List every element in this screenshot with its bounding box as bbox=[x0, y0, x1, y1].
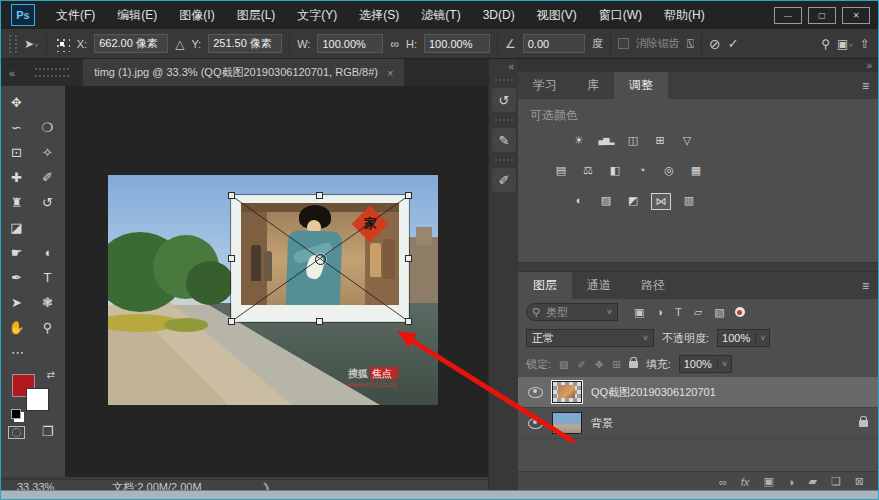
share-icon[interactable]: ⇧ bbox=[860, 37, 870, 51]
adjustment-threshold[interactable]: ◩ bbox=[624, 193, 642, 208]
tool-eyedropper[interactable]: ✧ bbox=[32, 140, 63, 165]
layer-thumbnail[interactable] bbox=[552, 381, 582, 403]
tool-rectangular-marquee[interactable] bbox=[32, 90, 63, 115]
workspace-icon[interactable]: ▣˅ bbox=[837, 37, 853, 51]
tab-paths[interactable]: 路径 bbox=[626, 272, 680, 299]
transform-handle-bc[interactable] bbox=[316, 318, 323, 325]
adjustment-photo-filter[interactable]: ◔ bbox=[633, 163, 651, 178]
add-layer-mask[interactable]: ▣ bbox=[763, 475, 773, 488]
lock-artboard[interactable]: ⊞ bbox=[612, 359, 620, 370]
fill-field[interactable]: 100%˅ bbox=[679, 355, 732, 373]
tab-adjustments[interactable]: 调整 bbox=[614, 72, 668, 99]
close-tab-icon[interactable]: × bbox=[387, 67, 393, 79]
transform-center-point[interactable] bbox=[315, 254, 326, 265]
adjustment-brightness-contrast[interactable]: ☀ bbox=[570, 133, 588, 148]
adjustment-color-lookup[interactable]: ▦ bbox=[687, 163, 705, 178]
relative-position-icon[interactable]: △ bbox=[175, 37, 184, 51]
adjustment-black-white[interactable]: ◧ bbox=[606, 163, 624, 178]
menu-type[interactable]: 文字(Y) bbox=[286, 1, 348, 29]
width-field[interactable]: 100.00% bbox=[317, 34, 383, 53]
maximize-button[interactable]: ▢ bbox=[808, 7, 836, 24]
filter-smart-objects[interactable]: ▧ bbox=[714, 306, 724, 319]
menu-image[interactable]: 图像(I) bbox=[168, 1, 225, 29]
antialias-checkbox[interactable] bbox=[618, 38, 629, 49]
tool-crop[interactable]: ⊡ bbox=[1, 140, 32, 165]
tool-quick-selection[interactable]: ❍ bbox=[32, 115, 63, 140]
tool-hand[interactable]: ✋ bbox=[1, 315, 32, 340]
filter-type-layers[interactable]: T bbox=[675, 306, 682, 319]
adjustment-channel-mixer[interactable]: ◎ bbox=[660, 163, 678, 178]
minimize-button[interactable]: — bbox=[774, 7, 802, 24]
new-group[interactable]: ▰ bbox=[808, 475, 816, 488]
rotation-field[interactable]: 0.00 bbox=[523, 34, 585, 53]
menu-window[interactable]: 窗口(W) bbox=[588, 1, 653, 29]
adjustment-curves[interactable]: ◫ bbox=[624, 133, 642, 148]
filter-adjustment-layers[interactable]: ◑ bbox=[656, 306, 663, 319]
tool-quick-mask[interactable] bbox=[1, 419, 32, 444]
swap-colors-icon[interactable]: ⇄ bbox=[47, 369, 55, 380]
layers-panel-menu-icon[interactable]: ≡ bbox=[862, 279, 868, 293]
transform-handle-ml[interactable] bbox=[228, 255, 235, 262]
reference-point-grid[interactable] bbox=[54, 36, 70, 52]
menu-filter[interactable]: 滤镜(T) bbox=[410, 1, 471, 29]
tab-libraries[interactable]: 库 bbox=[572, 72, 614, 99]
adjustment-hue-saturation[interactable]: ▤ bbox=[552, 163, 570, 178]
menu-view[interactable]: 视图(V) bbox=[526, 1, 588, 29]
blend-mode-select[interactable]: 正常˅ bbox=[526, 329, 654, 347]
options-grip[interactable] bbox=[9, 35, 17, 53]
expand-panels-icon[interactable]: » bbox=[866, 60, 872, 71]
x-position-field[interactable]: 662.00 像素 bbox=[94, 34, 168, 53]
cancel-transform-icon[interactable]: ⊘ bbox=[709, 36, 721, 52]
adjustment-color-balance[interactable]: ⚖ bbox=[579, 163, 597, 178]
filter-pixel-layers[interactable]: ▣ bbox=[634, 306, 644, 319]
menu-layer[interactable]: 图层(L) bbox=[226, 1, 287, 29]
menu-edit[interactable]: 编辑(E) bbox=[106, 1, 168, 29]
lock-image-pixels[interactable]: ✐ bbox=[578, 359, 586, 370]
visibility-eye-icon[interactable] bbox=[528, 387, 543, 398]
menu-help[interactable]: 帮助(H) bbox=[653, 1, 716, 29]
tool-lasso[interactable]: ∽ bbox=[1, 115, 32, 140]
tool-pen[interactable]: ✒ bbox=[1, 265, 32, 290]
adjustment-levels[interactable]: ▄▆▂ bbox=[597, 133, 615, 148]
tool-spot-healing-brush[interactable]: ✚ bbox=[1, 165, 32, 190]
adjustment-posterize[interactable]: ▨ bbox=[597, 193, 615, 208]
brush-settings-panel-icon[interactable]: ✎ bbox=[492, 128, 516, 152]
layer-row[interactable]: 背景 bbox=[518, 408, 878, 439]
lock-all-icon[interactable] bbox=[629, 361, 638, 368]
delete-layer[interactable]: ⊠ bbox=[855, 475, 864, 488]
warp-mode-icon[interactable]: ⍂ bbox=[687, 37, 694, 51]
visibility-eye-icon[interactable] bbox=[528, 418, 543, 429]
opacity-field[interactable]: 100%˅ bbox=[717, 329, 770, 347]
tool-custom-shape[interactable]: ❃ bbox=[32, 290, 63, 315]
lock-position[interactable]: ✥ bbox=[595, 359, 603, 370]
tool-brush[interactable]: ✐ bbox=[32, 165, 63, 190]
filter-switch[interactable] bbox=[735, 307, 745, 317]
transform-handle-bl[interactable] bbox=[228, 318, 235, 325]
canvas-area[interactable]: 搜狐 焦点 WWW.FOCUS.CN 家 bbox=[65, 86, 488, 477]
tool-clone-stamp[interactable]: ♜ bbox=[1, 190, 32, 215]
toolbar-grip[interactable] bbox=[35, 68, 69, 77]
tool-gradient[interactable] bbox=[32, 215, 63, 240]
panel-menu-icon[interactable]: ≡ bbox=[862, 79, 868, 93]
tool-move[interactable]: ✥ bbox=[1, 90, 32, 115]
tool-smudge[interactable]: ☛ bbox=[1, 240, 32, 265]
tab-learn[interactable]: 学习 bbox=[518, 72, 572, 99]
background-color-swatch[interactable] bbox=[26, 388, 49, 411]
lock-transparent-pixels[interactable]: ▨ bbox=[559, 359, 568, 370]
tab-channels[interactable]: 通道 bbox=[572, 272, 626, 299]
document-image[interactable]: 搜狐 焦点 WWW.FOCUS.CN 家 bbox=[108, 175, 438, 405]
new-adjustment-layer[interactable]: ◑ bbox=[788, 476, 795, 488]
tool-dodge[interactable]: ◖ bbox=[32, 240, 63, 265]
adjustment-gradient-map[interactable]: ⋈ bbox=[651, 193, 671, 210]
tab-layers[interactable]: 图层 bbox=[518, 272, 572, 299]
tool-path-selection[interactable]: ➤ bbox=[1, 290, 32, 315]
document-tab[interactable]: timg (1).jpg @ 33.3% (QQ截图20190306120701… bbox=[83, 59, 404, 86]
adjustment-selective-color[interactable]: ▥ bbox=[680, 193, 698, 208]
tool-type[interactable]: T bbox=[32, 265, 63, 290]
adjustment-exposure[interactable]: ⊞ bbox=[651, 133, 669, 148]
transform-handle-tc[interactable] bbox=[316, 192, 323, 199]
layer-thumbnail[interactable] bbox=[552, 412, 582, 434]
commit-transform-icon[interactable]: ✓ bbox=[728, 36, 739, 51]
transform-handle-tr[interactable] bbox=[405, 192, 412, 199]
filter-shape-layers[interactable]: ▱ bbox=[694, 306, 702, 319]
